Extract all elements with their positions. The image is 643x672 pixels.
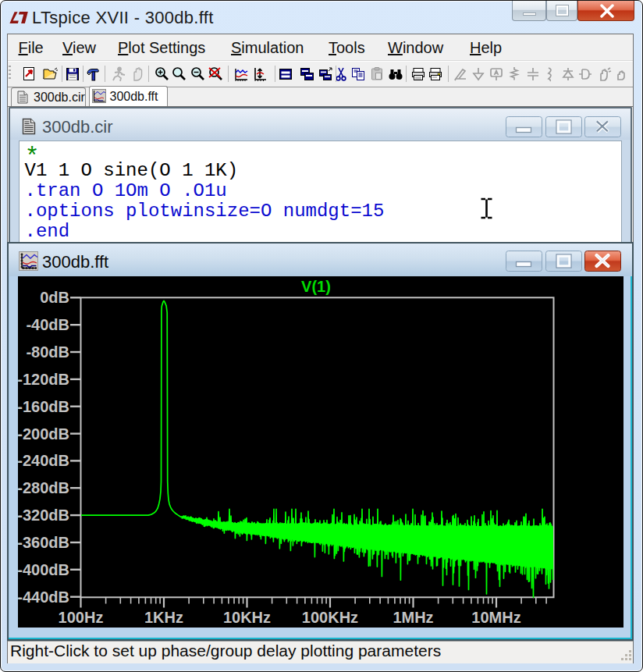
svg-text:10KHz: 10KHz: [223, 609, 271, 626]
svg-text:V(1): V(1): [301, 278, 331, 295]
svg-text:-360dB: -360dB: [18, 534, 69, 551]
svg-text:-80dB: -80dB: [26, 343, 69, 361]
svg-text:-280dB: -280dB: [18, 479, 69, 496]
svg-text:1MHz: 1MHz: [393, 609, 433, 626]
svg-text:-160dB: -160dB: [18, 398, 69, 415]
svg-text:-240dB: -240dB: [18, 452, 69, 469]
svg-text:1KHz: 1KHz: [144, 609, 183, 626]
svg-text:-200dB: -200dB: [18, 425, 69, 443]
svg-text:-40dB: -40dB: [26, 316, 69, 333]
svg-text:-120dB: -120dB: [18, 371, 69, 388]
svg-text:0dB: 0dB: [40, 289, 69, 306]
svg-text:-320dB: -320dB: [18, 507, 69, 524]
svg-text:-400dB: -400dB: [18, 561, 69, 578]
svg-text:100Hz: 100Hz: [59, 609, 104, 626]
svg-text:-440dB: -440dB: [18, 588, 69, 606]
svg-text:10MHz: 10MHz: [471, 609, 520, 626]
svg-text:100KHz: 100KHz: [302, 609, 358, 626]
